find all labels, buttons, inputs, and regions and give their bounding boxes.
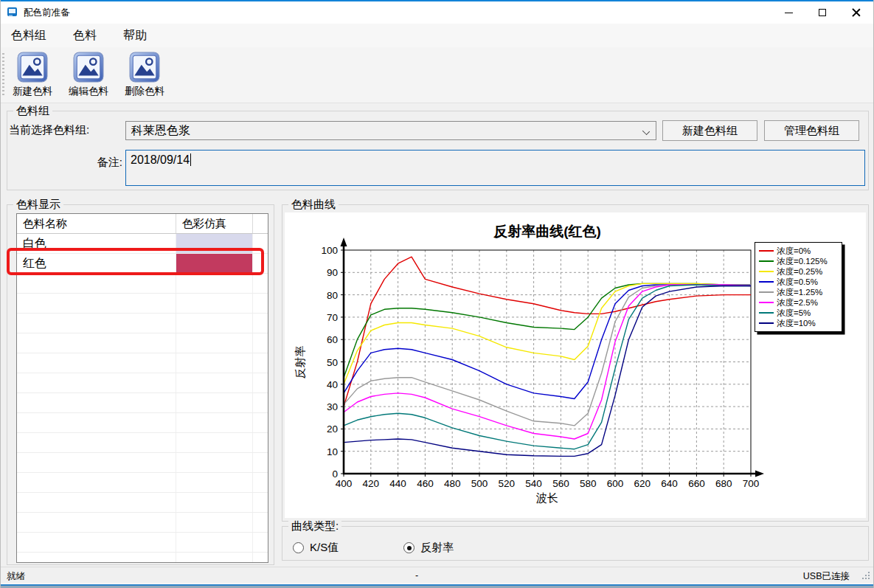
color-swatch — [176, 493, 253, 512]
colorant-group-box: 色料组 当前选择色料组: 科莱恩色浆 新建色料组 管理色料组 备注: 2018/… — [7, 111, 869, 190]
colorant-curve-title: 色料曲线 — [288, 198, 339, 211]
legend-item: 浓度=1.25% — [759, 287, 838, 297]
radio-option-1[interactable]: 反射率 — [403, 541, 454, 555]
remark-value: 2018/09/14 — [131, 153, 190, 166]
colorant-name-cell — [17, 393, 176, 412]
menu-item-1[interactable]: 色料 — [64, 25, 105, 46]
colorant-name-cell — [17, 333, 176, 353]
column-header-name[interactable]: 色料名称 — [17, 214, 176, 233]
colorant-name-cell — [17, 533, 176, 552]
legend-label: 浓度=0.25% — [777, 266, 822, 277]
color-swatch — [176, 413, 253, 432]
table-row[interactable] — [17, 413, 268, 433]
legend-line-icon — [759, 281, 774, 283]
legend-label: 浓度=1.25% — [777, 287, 822, 298]
toolbar-button-label: 新建色料 — [13, 85, 52, 98]
image-icon — [17, 52, 48, 83]
extra-cell — [253, 333, 268, 353]
selected-colorant-group: 科莱恩色浆 — [131, 123, 190, 139]
select-group-label: 当前选择色料组: — [9, 123, 122, 137]
table-row[interactable] — [17, 433, 268, 453]
table-row[interactable] — [17, 274, 268, 294]
table-row[interactable] — [17, 513, 268, 533]
extra-cell — [253, 373, 268, 392]
svg-text:30: 30 — [327, 401, 338, 412]
table-row[interactable] — [17, 493, 268, 513]
table-row[interactable] — [17, 333, 268, 353]
extra-cell — [253, 393, 268, 412]
extra-cell — [253, 513, 268, 532]
table-row[interactable] — [17, 553, 268, 563]
table-row[interactable] — [17, 373, 268, 393]
legend-line-icon — [759, 271, 774, 272]
remark-input[interactable]: 2018/09/14 — [125, 150, 865, 186]
toolbar-grip[interactable] — [2, 53, 4, 97]
extra-cell — [253, 413, 268, 432]
color-swatch — [176, 553, 253, 563]
svg-text:80: 80 — [327, 290, 338, 301]
table-row[interactable] — [17, 473, 268, 493]
manage-group-button[interactable]: 管理色料组 — [764, 120, 859, 141]
table-row[interactable] — [17, 393, 268, 413]
colorant-name-cell — [17, 513, 176, 532]
curve-type-title: 曲线类型: — [288, 519, 341, 533]
radio-label: K/S值 — [310, 541, 339, 555]
svg-text:660: 660 — [688, 478, 705, 489]
color-swatch — [176, 274, 253, 293]
toolbar-button-2[interactable]: 删除色料 — [120, 52, 169, 98]
table-row[interactable] — [17, 314, 268, 333]
status-bar: 就绪 - USB已连接 — [1, 567, 873, 583]
new-group-button[interactable]: 新建色料组 — [662, 120, 757, 141]
table-row[interactable] — [17, 294, 268, 314]
colorant-name-cell — [17, 294, 176, 313]
menu-item-0[interactable]: 色料组 — [2, 25, 55, 46]
legend-item: 浓度=5% — [759, 308, 838, 318]
title-bar[interactable]: 配色前准备 — [1, 1, 873, 24]
x-axis-label: 波长 — [536, 491, 558, 504]
legend-line-icon — [759, 302, 774, 303]
series-line — [344, 283, 751, 377]
table-row[interactable] — [17, 453, 268, 473]
radio-option-0[interactable]: K/S值 — [293, 541, 339, 555]
status-center: - — [415, 570, 418, 581]
color-swatch — [176, 314, 253, 333]
color-swatch — [176, 513, 253, 532]
svg-text:560: 560 — [552, 478, 569, 489]
colorant-name-cell — [17, 473, 176, 492]
svg-text:600: 600 — [607, 478, 624, 489]
table-row[interactable] — [17, 353, 268, 373]
colorant-group-select[interactable]: 科莱恩色浆 — [125, 121, 656, 140]
app-icon — [7, 7, 18, 18]
toolbar-button-0[interactable]: 新建色料 — [8, 52, 57, 98]
legend-line-icon — [759, 322, 774, 324]
legend-line-icon — [759, 291, 774, 293]
resize-grip-icon[interactable] — [862, 572, 871, 581]
color-swatch — [176, 453, 253, 472]
svg-text:40: 40 — [327, 379, 338, 390]
minimize-button[interactable] — [771, 1, 805, 24]
svg-text:700: 700 — [743, 478, 760, 489]
colorant-name-cell — [17, 493, 176, 512]
extra-cell — [253, 493, 268, 512]
extra-cell — [253, 433, 268, 452]
close-button[interactable] — [839, 1, 873, 24]
column-header-simulation[interactable]: 色彩仿真 — [176, 214, 253, 233]
toolbar-button-label: 编辑色料 — [69, 85, 108, 98]
legend-label: 浓度=2.5% — [777, 297, 818, 308]
series-line — [344, 285, 751, 449]
maximize-button[interactable] — [805, 1, 839, 24]
table-row[interactable] — [17, 533, 268, 553]
colorant-name-cell — [17, 353, 176, 373]
legend-label: 浓度=10% — [777, 318, 816, 329]
legend-label: 浓度=0.125% — [777, 256, 828, 267]
series-line — [344, 286, 751, 457]
minimize-icon — [785, 13, 793, 13]
series-line — [344, 285, 751, 426]
series-line — [344, 285, 751, 399]
table-header: 色料名称 色彩仿真 — [17, 214, 268, 234]
curve-type-box: 曲线类型: K/S值反射率 — [282, 526, 869, 561]
menu-item-2[interactable]: 帮助 — [114, 25, 156, 46]
svg-text:500: 500 — [471, 478, 488, 489]
colorant-name-cell — [17, 373, 176, 392]
toolbar-button-1[interactable]: 编辑色料 — [64, 52, 113, 98]
